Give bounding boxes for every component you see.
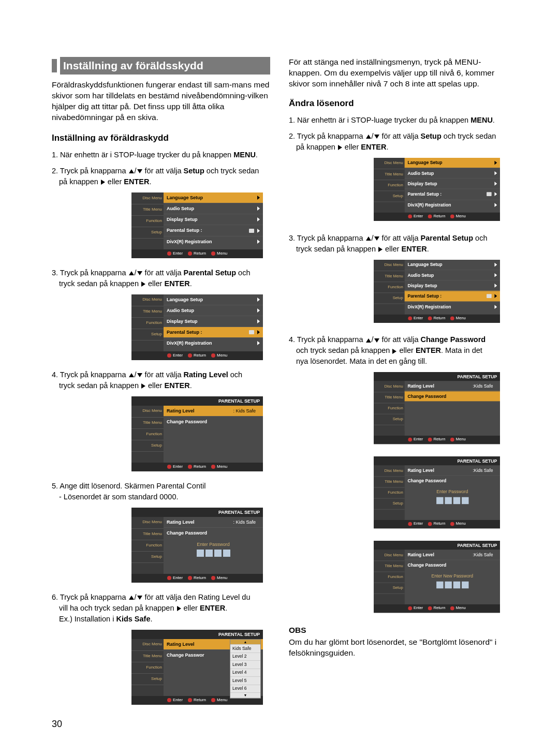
- heading-text: Inställning av föräldsskydd: [60, 57, 270, 75]
- left-column: Inställning av föräldsskydd Föräldraskyd…: [52, 57, 270, 714]
- osd-parental-rating: PARENTAL SETUP Disc Menu Title Menu Func…: [131, 396, 263, 471]
- right-column: För att stänga ned inställningsmenyn, tr…: [289, 57, 507, 714]
- right-top-text: För att stänga ned inställningsmenyn, tr…: [289, 57, 507, 90]
- right-step-4: 4. Tryck på knapparna / för att välja Ch…: [289, 334, 507, 367]
- left-step-6: 6. Tryck på knapparna / för att välja de…: [52, 592, 270, 625]
- osd-right-enter-new-pw: PARENTAL SETUP Disc Menu Title Menu Func…: [374, 541, 500, 613]
- down-icon: [137, 169, 142, 173]
- left-step-1: 1. När enhettn är i STOP-luage trycker d…: [52, 150, 270, 160]
- right-step-3: 3. Tryck på knapparna / för att välja Pa…: [289, 233, 507, 255]
- osd-rating-dropdown: PARENTAL SETUP Disc Menu Title Menu Func…: [131, 630, 263, 705]
- left-step-5: 5. Ange ditt lösenord. Skärmen Parental …: [52, 481, 270, 502]
- osd-right-change-pw: PARENTAL SETUP Disc Menu Title Menu Func…: [374, 372, 500, 444]
- subheading-left: Inställning av föräldraskydd: [52, 132, 270, 144]
- osd-right-2: Disc Menu Title Menu Function Setup Lang…: [374, 260, 500, 323]
- lock-icon: [249, 330, 254, 334]
- left-step-2: 2. Tryck på knapparna / för att välja Se…: [52, 166, 270, 187]
- osd-setup-menu-2: Disc Menu Title Menu Function Setup Lang…: [131, 294, 263, 360]
- left-step-3: 3. Tryck på knapparna / för att välja Pa…: [52, 268, 270, 289]
- rating-dropdown-list: ▲ Kids Safe Level 2 Level 3 Level 4 Leve…: [230, 639, 261, 699]
- intro-text: Föräldraskyddsfunktionen fungerar endast…: [52, 80, 270, 123]
- osd-setup-menu-1: Disc Menu Title Menu Function Setup Lang…: [131, 192, 263, 258]
- osd-right-enter-pw: PARENTAL SETUP Disc Menu Title Menu Func…: [374, 456, 500, 528]
- left-step-4: 4. Tryck på knapparna / för att välja Ra…: [52, 369, 270, 391]
- up-icon: [129, 169, 134, 173]
- lock-icon: [249, 229, 254, 233]
- subheading-right: Ändra lösenord: [289, 98, 507, 110]
- right-step-1: 1. När enhettn är i STOP-luage trycker d…: [289, 115, 507, 126]
- right-step-2: 2. Tryck på knapparna / för att välja Se…: [289, 131, 507, 153]
- note-text: Om du har glömt bort lösenordet, se "Bor…: [289, 637, 507, 659]
- osd-right-1: Disc Menu Title Menu Function Setup Lang…: [374, 158, 500, 221]
- note-heading: OBS: [289, 625, 507, 636]
- page-number: 30: [52, 718, 62, 730]
- main-heading: Inställning av föräldsskydd: [52, 57, 270, 75]
- right-icon: [101, 180, 105, 185]
- osd-enter-password: PARENTAL SETUP Disc Menu Title Menu Func…: [131, 508, 263, 583]
